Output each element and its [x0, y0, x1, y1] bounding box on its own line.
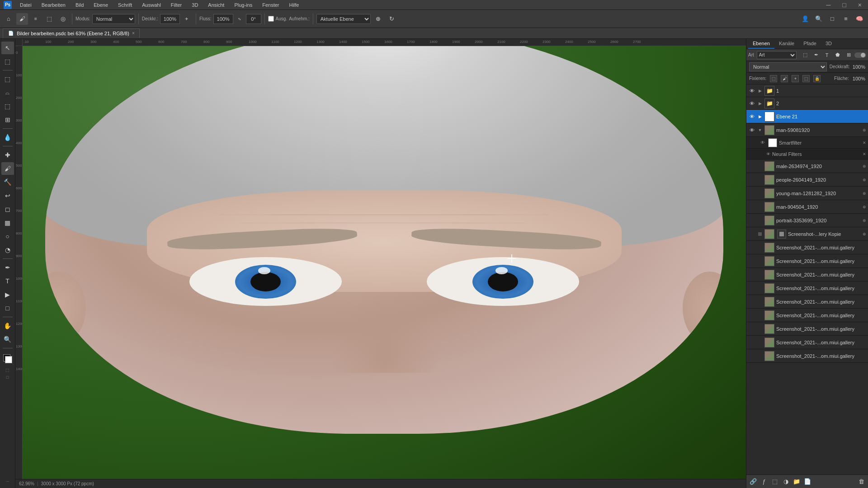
extra-tools-btn[interactable]: ··· — [6, 479, 9, 485]
brush-tool[interactable]: 🖌 — [1, 162, 14, 175]
tab-3d[interactable]: 3D — [821, 39, 836, 49]
expand-screenshot-8[interactable]: ▶ — [757, 340, 763, 345]
visibility-screenshot-copy[interactable]: 👁 — [748, 230, 755, 238]
quick-mask-btn[interactable]: ⬚ — [5, 368, 9, 372]
lock-position-btn[interactable]: + — [792, 75, 799, 82]
history-brush[interactable]: ↩ — [1, 189, 14, 202]
menu-plugins[interactable]: Plug-ins — [232, 1, 254, 9]
blur-tool[interactable]: ○ — [1, 230, 14, 243]
expand-group-1[interactable]: ▶ — [757, 88, 763, 94]
layer-screenshot-7[interactable]: 👁 ▶ Screenshot_2021-...om.miui.gallery — [746, 322, 868, 336]
layer-young-man-1281282[interactable]: 👁 ▶ young-man-1281282_1920 ⊕ — [746, 187, 868, 200]
tool-preset-btn[interactable]: ≡ — [30, 13, 42, 25]
layer-male-2634974[interactable]: 👁 ▶ male-2634974_1920 ⊕ — [746, 160, 868, 173]
menu-datei[interactable]: Datei — [18, 1, 33, 9]
screen-mode-btn[interactable]: □ — [6, 375, 9, 380]
zoom-tool[interactable]: 🔍 — [1, 333, 14, 346]
menu-fenster[interactable]: Fenster — [260, 1, 281, 9]
lock-all-btn[interactable]: 🔒 — [813, 75, 821, 82]
layer-screenshot-6[interactable]: 👁 ▶ Screenshot_2021-...om.miui.gallery — [746, 309, 868, 322]
visibility-man-904504[interactable]: 👁 — [748, 203, 755, 211]
layer-screenshot-9[interactable]: 👁 ▶ Screenshot_2021-...om.miui.gallery — [746, 349, 868, 363]
layer-portrait-3353699[interactable]: 👁 ▶ portrait-3353699_1920 ⊕ — [746, 214, 868, 227]
layer-screenshot-8[interactable]: 👁 ▶ Screenshot_2021-...om.miui.gallery — [746, 336, 868, 349]
eyedropper-tool[interactable]: 💧 — [1, 131, 14, 144]
layer-screenshot-5[interactable]: 👁 ▶ Screenshot_2021-...om.miui.gallery — [746, 295, 868, 309]
layer-group-1[interactable]: 👁 ▶ 📁 1 — [746, 84, 868, 97]
text-tool[interactable]: T — [1, 275, 14, 287]
expand-people-2604149[interactable]: ▶ — [757, 177, 763, 183]
add-style-btn[interactable]: ƒ — [759, 477, 769, 487]
visibility-group-2[interactable]: 👁 — [748, 100, 755, 107]
dodge-tool[interactable]: ◔ — [1, 244, 14, 256]
object-select-tool[interactable]: ⬚ — [1, 100, 14, 113]
pen-tool[interactable]: ✒ — [1, 261, 14, 274]
filter-toggle-switch[interactable] — [854, 52, 866, 58]
expand-group-2[interactable]: ▶ — [757, 101, 763, 106]
add-mask-btn[interactable]: ⬚ — [770, 477, 780, 487]
expand-portrait-3353699[interactable]: ▶ — [757, 218, 763, 223]
layer-group-2[interactable]: 👁 ▶ 📁 2 — [746, 97, 868, 110]
flow-input[interactable] — [213, 14, 233, 24]
visibility-screenshot-8[interactable]: 👁 — [748, 339, 755, 346]
tab-pfade[interactable]: Pfade — [799, 39, 821, 49]
expand-man-904504[interactable]: ▶ — [757, 204, 763, 210]
layer-screenshot-3[interactable]: 👁 ▶ Screenshot_2021-...om.miui.gallery — [746, 268, 868, 282]
tab-close-btn[interactable]: × — [132, 31, 135, 36]
path-select-tool[interactable]: ▶ — [1, 288, 14, 301]
mode-select[interactable]: Normal Multiplizieren Aufhellen — [92, 14, 135, 24]
visibility-group-1[interactable]: 👁 — [748, 87, 755, 94]
canvas-container[interactable] — [23, 46, 746, 479]
link-layers-btn[interactable]: 🔗 — [748, 477, 758, 487]
layer-man-904504[interactable]: 👁 ▶ man-904504_1920 ⊕ — [746, 200, 868, 214]
marquee-tool[interactable]: ⬚ — [1, 73, 14, 85]
visibility-screenshot-9[interactable]: 👁 — [748, 352, 755, 360]
new-group-btn[interactable]: 📁 — [792, 477, 802, 487]
visibility-screenshot-6[interactable]: 👁 — [748, 312, 755, 319]
expand-ebene-21[interactable]: ▶ — [757, 114, 763, 119]
symmetry-btn[interactable]: ⊕ — [373, 13, 384, 25]
sample-checkbox[interactable] — [268, 16, 274, 22]
search-btn[interactable]: 🔍 — [813, 13, 825, 25]
layer-list[interactable]: 👁 ▶ 📁 1 👁 ▶ 📁 2 👁 ▶ Ebene 21 — [746, 84, 868, 474]
tab-ebenen[interactable]: Ebenen — [748, 39, 774, 49]
window-restore[interactable]: □ — [840, 1, 849, 9]
visibility-screenshot-4[interactable]: 👁 — [748, 285, 755, 292]
lasso-tool[interactable]: ⌓ — [1, 86, 14, 99]
shape-tool[interactable]: □ — [1, 302, 14, 314]
opacity-input[interactable] — [160, 14, 180, 24]
expand-screenshot-3[interactable]: ▶ — [757, 272, 763, 277]
brush-hardness-btn[interactable]: ◎ — [57, 13, 69, 25]
neural-visibility[interactable]: 👁 — [766, 152, 770, 156]
brush-tool-btn[interactable]: 🖌 — [16, 13, 28, 25]
visibility-screenshot-5[interactable]: 👁 — [748, 298, 755, 305]
main-tab[interactable]: 📄 Bilder bearbeiten.psdc bei 63% (Ebene … — [3, 28, 140, 38]
menu-auswahl[interactable]: Auswahl — [140, 1, 163, 9]
filter-kind-select[interactable]: Art — [757, 51, 797, 59]
filter-smart-btn[interactable]: ⊞ — [844, 51, 854, 60]
layer-people-2604149[interactable]: 👁 ▶ people-2604149_1920 ⊕ — [746, 173, 868, 187]
visibility-screenshot-7[interactable]: 👁 — [748, 325, 755, 333]
add-adjustment-btn[interactable]: ◑ — [781, 477, 791, 487]
visibility-screenshot-3[interactable]: 👁 — [748, 271, 755, 278]
filter-adjustment-btn[interactable]: ✒ — [811, 51, 821, 60]
expand-male-2634974[interactable]: ▶ — [757, 164, 763, 169]
smartfilter-close[interactable]: ✕ — [863, 141, 866, 145]
lock-transparent-btn[interactable]: ⬚ — [770, 75, 777, 82]
tab-kanaele[interactable]: Kanäle — [774, 39, 799, 49]
smartfilter-visibility[interactable]: 👁 — [759, 139, 766, 146]
menu-ebene[interactable]: Ebene — [92, 1, 110, 9]
window-minimize[interactable]: ─ — [823, 1, 833, 9]
visibility-screenshot-1[interactable]: 👁 — [748, 244, 755, 251]
layer-screenshot-4[interactable]: 👁 ▶ Screenshot_2021-...om.miui.gallery — [746, 282, 868, 295]
expand-man-59081920[interactable]: ▼ — [757, 127, 763, 133]
filter-pixel-btn[interactable]: ⬚ — [800, 51, 810, 60]
visibility-male-2634974[interactable]: 👁 — [748, 163, 755, 170]
visibility-people-2604149[interactable]: 👁 — [748, 176, 755, 183]
expand-screenshot-5[interactable]: ▶ — [757, 299, 763, 305]
expand-screenshot-4[interactable]: ▶ — [757, 286, 763, 291]
neural-btn[interactable]: 🧠 — [854, 13, 865, 25]
layer-select[interactable]: Aktuelle Ebene — [316, 14, 371, 24]
visibility-portrait-3353699[interactable]: 👁 — [748, 217, 755, 224]
visibility-ebene-21[interactable]: 👁 — [748, 113, 755, 120]
